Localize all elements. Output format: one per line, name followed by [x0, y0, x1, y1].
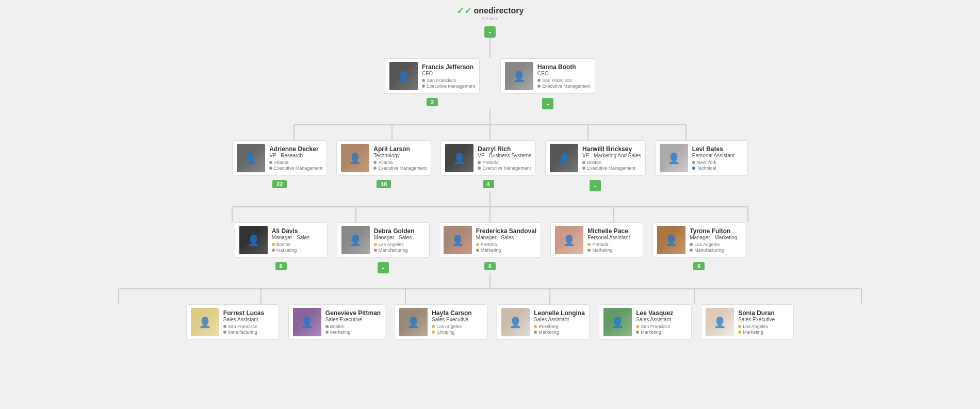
- dot2-ali: [272, 249, 275, 252]
- name-francis: Francis Jefferson: [422, 63, 475, 71]
- dot1-leonelle: [534, 325, 537, 328]
- card-levi[interactable]: 👤 Levi Bates Personal Assistant New York: [655, 140, 748, 176]
- dot1-ali: [272, 243, 275, 246]
- card-hayfa[interactable]: 👤 Hayfa Carson Sales Executive Los Angel…: [395, 304, 487, 340]
- loc-ali: Boston: [276, 242, 291, 247]
- card-ali[interactable]: 👤 Ali Davis Manager - Sales Boston: [235, 222, 328, 258]
- dot1-tyrone: [690, 243, 693, 246]
- avatar-leonelle: 👤: [501, 308, 530, 336]
- card-hanna[interactable]: 👤 Hanna Booth CEO San Francisco: [500, 58, 595, 94]
- info-ali: Ali Davis Manager - Sales Boston Marketi…: [272, 227, 323, 253]
- l2-to-l3-connector: [0, 191, 980, 222]
- info-lee: Lee Vasquez Sales Assistant San Francisc…: [636, 309, 687, 335]
- collapse-btn-debra[interactable]: -: [378, 262, 389, 273]
- dot2-levi: [692, 167, 695, 170]
- title-leonelle: Sales Assistant: [534, 317, 585, 322]
- location-hanna: San Francisco: [542, 78, 572, 83]
- name-levi: Levi Bates: [692, 145, 743, 153]
- dept-sonia: Marketing: [743, 330, 763, 335]
- card-tyrone[interactable]: 👤 Tyrone Fulton Manager - Marketing Los …: [652, 222, 745, 258]
- card-adrienne[interactable]: 👤 Adrienne Decker VP - Research Atlanta: [232, 140, 327, 176]
- card-darryl[interactable]: 👤 Darryl Rich VP - Business Systems Pret…: [440, 140, 536, 176]
- card-debra[interactable]: 👤 Debra Golden Manager - Sales Los Angel…: [337, 222, 430, 258]
- title-genevieve: Sales Executive: [325, 317, 381, 322]
- location-francis: San Francisco: [427, 78, 456, 83]
- dot2-harwilll: [582, 167, 585, 170]
- avatar-debra: 👤: [341, 226, 370, 254]
- card-april[interactable]: 👤 April Larson Technology Atlanta: [336, 140, 431, 176]
- info-genevieve: Genevieve Pittman Sales Executive Boston…: [325, 309, 381, 335]
- name-fredericka: Fredericka Sandoval: [476, 227, 536, 235]
- node-hanna: 👤 Hanna Booth CEO San Francisco: [500, 58, 595, 109]
- card-leonelle[interactable]: 👤 Leonelle Longina Sales Assistant Pries…: [497, 304, 590, 340]
- meta-hanna: San Francisco Executive Management: [537, 78, 591, 89]
- count-btn-darryl[interactable]: 4: [483, 180, 494, 188]
- l2-l3-svg-lines: [181, 191, 799, 222]
- avatar-michelle: 👤: [555, 226, 583, 254]
- meta-tyrone: Los Angeles Manufacturing: [690, 242, 741, 253]
- level1-section: 👤 Francis Jefferson CFO San Francisco: [0, 58, 980, 109]
- logo-icon: ✓✓: [456, 5, 472, 17]
- dept-debra: Manufacturing: [379, 248, 408, 253]
- title-hanna: CEO: [537, 71, 591, 76]
- dept-darryl: Executive Management: [482, 166, 531, 171]
- loc-michelle: Pretoria: [592, 242, 609, 247]
- avatar-harwilll: 👤: [550, 144, 578, 172]
- node-hayfa: 👤 Hayfa Carson Sales Executive Los Angel…: [395, 304, 487, 340]
- node-genevieve: 👤 Genevieve Pittman Sales Executive Bost…: [288, 304, 385, 340]
- collapse-btn-hanna[interactable]: -: [542, 98, 553, 109]
- card-lee[interactable]: 👤 Lee Vasquez Sales Assistant San Franci…: [599, 304, 692, 340]
- dot1-fredericka: [476, 243, 479, 246]
- card-harwilll[interactable]: 👤 Harwilll Bricksey VP - Marketing And S…: [545, 140, 646, 176]
- count-btn-adrienne[interactable]: 22: [272, 180, 287, 188]
- info-michelle: Michelle Pace Personal Assistant Pretori…: [587, 227, 639, 253]
- dept-harwilll: Executive Management: [587, 166, 635, 171]
- avatar-hanna: 👤: [505, 62, 533, 90]
- l3-l4-svg-lines: [77, 273, 903, 304]
- count-area-adrienne: 22: [272, 180, 287, 188]
- count-btn-fredericka[interactable]: 6: [484, 262, 496, 270]
- card-forrest[interactable]: 👤 Forrest Lucas Sales Assistant San Fran…: [186, 304, 279, 340]
- loc-debra: Los Angeles: [379, 242, 404, 247]
- dot2-april: [373, 167, 377, 170]
- count-btn-francis[interactable]: 2: [427, 98, 438, 106]
- card-fredericka[interactable]: 👤 Fredericka Sandoval Manager - Sales Pr…: [439, 222, 541, 258]
- card-sonia[interactable]: 👤 Sonia Duran Sales Executive Los Angele…: [701, 304, 794, 340]
- meta-sonia: Los Angeles Marketing: [738, 324, 789, 335]
- dot2-debra: [374, 249, 377, 252]
- dot1-hayfa: [432, 325, 435, 328]
- root-collapse-btn[interactable]: -: [484, 26, 496, 38]
- count-btn-ali[interactable]: 6: [275, 262, 287, 270]
- name-darryl: Darryl Rich: [478, 145, 531, 153]
- name-lee: Lee Vasquez: [636, 309, 687, 317]
- name-april: April Larson: [373, 145, 427, 153]
- avatar-genevieve: 👤: [293, 308, 321, 336]
- count-btn-april[interactable]: 18: [377, 180, 391, 188]
- count-btn-tyrone[interactable]: 6: [693, 262, 705, 270]
- level3-row: 👤 Ali Davis Manager - Sales Boston: [181, 222, 799, 273]
- title-harwilll: VP - Marketing And Sales: [582, 153, 641, 158]
- dot1-sonia: [738, 325, 741, 328]
- meta-michelle: Pretoria Marketing: [587, 242, 639, 253]
- meta-levi: New York Technical: [692, 160, 743, 171]
- collapse-btn-harwilll[interactable]: -: [590, 180, 601, 191]
- dot1-levi: [692, 161, 695, 164]
- node-lee: 👤 Lee Vasquez Sales Assistant San Franci…: [599, 304, 692, 340]
- title-sonia: Sales Executive: [738, 317, 789, 322]
- meta-darryl: Pretoria Executive Management: [478, 160, 531, 171]
- meta-francis: San Francisco Executive Management: [422, 78, 475, 89]
- count-area-debra: -: [378, 262, 389, 273]
- card-francis[interactable]: 👤 Francis Jefferson CFO San Francisco: [385, 58, 480, 94]
- count-area-tyrone: 6: [693, 262, 705, 270]
- card-genevieve[interactable]: 👤 Genevieve Pittman Sales Executive Bost…: [288, 304, 385, 340]
- dot2-sonia: [738, 331, 741, 334]
- avatar-sonia: 👤: [706, 308, 734, 336]
- card-michelle[interactable]: 👤 Michelle Pace Personal Assistant Preto…: [550, 222, 643, 258]
- meta-fredericka: Pretoria Marketing: [476, 242, 536, 253]
- node-april: 👤 April Larson Technology Atlanta: [336, 140, 431, 188]
- count-area-fredericka: 6: [484, 262, 496, 270]
- info-fredericka: Fredericka Sandoval Manager - Sales Pret…: [476, 227, 536, 253]
- dot2-fredericka: [476, 249, 479, 252]
- info-francis: Francis Jefferson CFO San Francisco Exec…: [422, 63, 475, 89]
- meta-hayfa: Los Angeles Shipping: [432, 324, 483, 335]
